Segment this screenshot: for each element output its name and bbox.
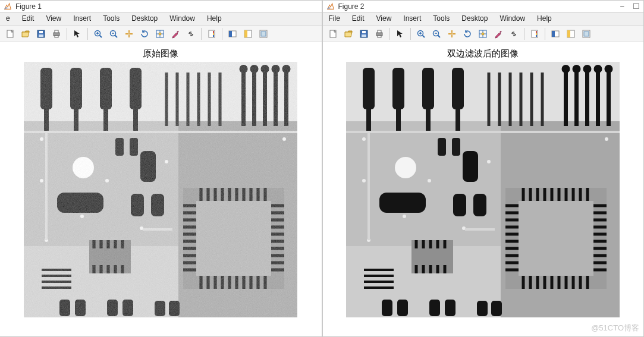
new-figure-icon bbox=[328, 29, 338, 39]
menu-edit[interactable]: Edit bbox=[16, 12, 40, 25]
hide-plot-tools-icon bbox=[566, 29, 576, 39]
zoom-out-button[interactable] bbox=[106, 27, 121, 41]
edit-plot-button[interactable] bbox=[393, 27, 407, 41]
save-figure-button[interactable] bbox=[357, 27, 371, 41]
brush-button[interactable] bbox=[491, 27, 505, 41]
menubar: e Edit View Insert Tools Desktop Window … bbox=[0, 12, 322, 26]
insert-colorbar-icon bbox=[530, 29, 539, 39]
zoom-in-button[interactable] bbox=[414, 27, 428, 41]
maximize-button[interactable]: ☐ bbox=[633, 2, 640, 11]
pan-button[interactable] bbox=[122, 27, 136, 41]
zoom-out-button[interactable] bbox=[429, 27, 444, 41]
link-button[interactable] bbox=[507, 27, 521, 41]
minimize-button[interactable]: − bbox=[620, 2, 624, 11]
toolbar-separator bbox=[389, 28, 390, 40]
pcb-image bbox=[346, 62, 620, 317]
open-file-button[interactable] bbox=[341, 27, 356, 41]
show-plot-tools-button[interactable] bbox=[579, 27, 593, 41]
figure-window-2: Figure 2 − ☐ File Edit View Insert Tools… bbox=[322, 0, 645, 337]
open-file-icon bbox=[21, 29, 30, 39]
menubar: File Edit View Insert Tools Desktop Wind… bbox=[323, 12, 644, 26]
menu-desktop[interactable]: Desktop bbox=[455, 12, 494, 25]
brush-button[interactable] bbox=[168, 27, 183, 41]
toolbar-separator bbox=[201, 28, 202, 40]
menu-window[interactable]: Window bbox=[164, 12, 201, 25]
toolbar bbox=[0, 26, 322, 42]
save-figure-button[interactable] bbox=[34, 27, 48, 41]
menu-tools[interactable]: Tools bbox=[97, 12, 125, 25]
canvas-area: 双边滤波后的图像 bbox=[323, 42, 644, 336]
open-file-button[interactable] bbox=[18, 27, 33, 41]
print-figure-button[interactable] bbox=[372, 27, 387, 41]
save-figure-icon bbox=[36, 29, 46, 39]
pcb-image bbox=[24, 62, 297, 317]
data-cursor-button[interactable] bbox=[153, 27, 167, 41]
plot-image-filtered bbox=[346, 62, 620, 317]
toolbar-separator bbox=[410, 28, 411, 40]
data-cursor-icon bbox=[155, 29, 165, 39]
matlab-icon bbox=[4, 2, 12, 11]
link-icon bbox=[186, 29, 196, 39]
data-cursor-button[interactable] bbox=[476, 27, 490, 41]
canvas-area: 原始图像 bbox=[0, 42, 322, 336]
show-plot-tools-icon bbox=[259, 29, 268, 39]
menu-insert[interactable]: Insert bbox=[67, 12, 97, 25]
menu-e[interactable]: e bbox=[0, 12, 16, 25]
insert-legend-icon bbox=[228, 29, 237, 39]
hide-plot-tools-button[interactable] bbox=[241, 27, 255, 41]
titlebar: Figure 1 bbox=[0, 1, 322, 12]
show-plot-tools-icon bbox=[582, 29, 591, 39]
zoom-out-icon bbox=[109, 29, 118, 39]
edit-plot-icon bbox=[395, 29, 405, 39]
pan-button[interactable] bbox=[445, 27, 459, 41]
new-figure-button[interactable] bbox=[3, 27, 17, 41]
edit-plot-icon bbox=[73, 29, 82, 39]
menu-help[interactable]: Help bbox=[531, 12, 558, 25]
toolbar-separator bbox=[524, 28, 524, 40]
menu-window[interactable]: Window bbox=[494, 12, 531, 25]
rotate-3d-button[interactable] bbox=[137, 27, 152, 41]
print-figure-button[interactable] bbox=[49, 27, 64, 41]
plot-title: 原始图像 bbox=[143, 48, 178, 59]
menu-insert[interactable]: Insert bbox=[397, 12, 427, 25]
show-plot-tools-button[interactable] bbox=[256, 27, 271, 41]
insert-legend-icon bbox=[551, 29, 560, 39]
menu-help[interactable]: Help bbox=[201, 12, 228, 25]
print-figure-icon bbox=[52, 29, 61, 39]
menu-tools[interactable]: Tools bbox=[427, 12, 455, 25]
toolbar bbox=[323, 26, 644, 42]
menu-view[interactable]: View bbox=[370, 12, 398, 25]
rotate-3d-icon bbox=[140, 29, 149, 39]
plot-image-original bbox=[24, 62, 297, 317]
toolbar-separator bbox=[545, 28, 545, 40]
pan-icon bbox=[124, 29, 134, 39]
insert-legend-button[interactable] bbox=[225, 27, 240, 41]
link-button[interactable] bbox=[184, 27, 198, 41]
matlab-icon bbox=[326, 2, 335, 11]
menu-view[interactable]: View bbox=[40, 12, 67, 25]
hide-plot-tools-button[interactable] bbox=[564, 27, 578, 41]
new-figure-button[interactable] bbox=[326, 27, 340, 41]
menu-desktop[interactable]: Desktop bbox=[125, 12, 164, 25]
link-icon bbox=[509, 29, 519, 39]
menu-edit[interactable]: Edit bbox=[346, 12, 370, 25]
toolbar-separator bbox=[67, 28, 67, 40]
zoom-in-button[interactable] bbox=[91, 27, 105, 41]
new-figure-icon bbox=[5, 29, 15, 39]
window-controls: − ☐ bbox=[620, 2, 640, 11]
data-cursor-icon bbox=[478, 29, 488, 39]
insert-legend-button[interactable] bbox=[548, 27, 563, 41]
toolbar-separator bbox=[222, 28, 222, 40]
insert-colorbar-button[interactable] bbox=[205, 27, 219, 41]
toolbar-separator bbox=[87, 28, 88, 40]
window-title: Figure 2 bbox=[338, 2, 365, 11]
pan-icon bbox=[447, 29, 457, 39]
menu-file[interactable]: File bbox=[323, 12, 346, 25]
titlebar: Figure 2 − ☐ bbox=[323, 1, 644, 12]
brush-icon bbox=[494, 29, 503, 39]
insert-colorbar-button[interactable] bbox=[527, 27, 542, 41]
rotate-3d-button[interactable] bbox=[460, 27, 475, 41]
plot-title: 双边滤波后的图像 bbox=[447, 48, 519, 59]
edit-plot-button[interactable] bbox=[70, 27, 84, 41]
zoom-in-icon bbox=[416, 29, 426, 39]
